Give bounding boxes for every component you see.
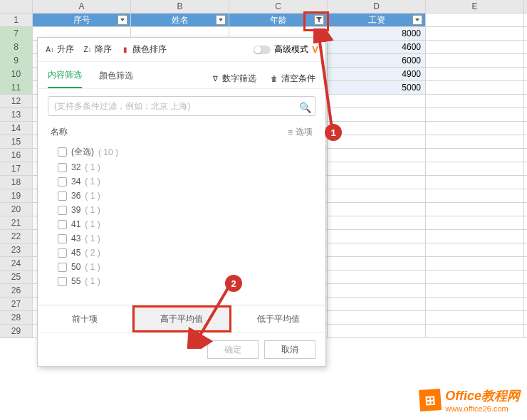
filter-dropdown-icon[interactable]: [216, 15, 226, 25]
list-item-count: ( 1 ): [85, 205, 100, 215]
row-head-13[interactable]: 13: [0, 108, 33, 122]
header-salary-label: 工资: [368, 14, 385, 26]
cell-e1[interactable]: [426, 14, 524, 27]
advanced-mode-toggle[interactable]: 高级模式V: [254, 43, 318, 56]
row-head-28[interactable]: 28: [0, 311, 33, 325]
tab-color-filter[interactable]: 颜色筛选: [99, 70, 133, 88]
list-item-label: 34: [71, 177, 80, 187]
number-filter-button[interactable]: ∇数字筛选: [210, 73, 256, 85]
row-head-22[interactable]: 22: [0, 230, 33, 243]
row-head-26[interactable]: 26: [0, 284, 33, 298]
row-head-29[interactable]: 29: [0, 325, 33, 338]
callout-2: 2: [225, 275, 242, 292]
col-head-d[interactable]: D: [328, 0, 426, 14]
cell-f1[interactable]: [524, 14, 527, 27]
cell-salary-7[interactable]: 8000: [328, 27, 426, 41]
col-head-f[interactable]: F: [524, 0, 527, 14]
row-head-19[interactable]: 19: [0, 189, 33, 203]
row-head-20[interactable]: 20: [0, 203, 33, 216]
sort-asc-label: 升序: [57, 43, 74, 56]
col-head-a[interactable]: A: [33, 0, 131, 14]
sort-asc-button[interactable]: A↓升序: [45, 43, 74, 56]
list-item-label: 55: [71, 276, 80, 286]
checkbox-icon[interactable]: [58, 220, 67, 229]
filter-active-icon[interactable]: [314, 15, 324, 25]
watermark-icon: ⊞: [419, 389, 442, 411]
row-head-10[interactable]: 10: [0, 68, 33, 81]
checkbox-icon[interactable]: [58, 234, 67, 243]
below-average-button[interactable]: 低于平均值: [231, 305, 325, 332]
list-item-label: 43: [71, 233, 80, 243]
tab-content-filter[interactable]: 内容筛选: [48, 69, 82, 88]
row-head-16[interactable]: 16: [0, 149, 33, 162]
list-item-label: 41: [71, 219, 80, 229]
color-sort-button[interactable]: ▮颜色排序: [120, 43, 167, 56]
col-head-e[interactable]: E: [426, 0, 524, 14]
search-input[interactable]: (支持多条件过滤，例如：北京 上海): [48, 96, 315, 116]
row-head-12[interactable]: 12: [0, 95, 33, 108]
ok-button[interactable]: 确定: [207, 340, 259, 359]
filter-value-list: (全选)( 10 )32( 1 )34( 1 )36( 1 )39( 1 )41…: [38, 141, 325, 305]
filter-dropdown-icon[interactable]: [412, 15, 422, 25]
header-serial[interactable]: 序号: [33, 14, 131, 27]
row-head-27[interactable]: 27: [0, 298, 33, 311]
filter-panel: A↓升序 Z↓降序 ▮颜色排序 高级模式V 内容筛选 颜色筛选 ∇数字筛选 🗑清…: [37, 37, 326, 367]
col-head-c[interactable]: C: [229, 0, 328, 14]
above-average-button[interactable]: 高于平均值: [132, 305, 231, 332]
checkbox-icon[interactable]: [58, 147, 67, 157]
header-name[interactable]: 姓名: [131, 14, 229, 27]
list-item-count: ( 1 ): [85, 219, 100, 229]
checkbox-icon[interactable]: [58, 263, 67, 272]
clear-conditions-button[interactable]: 🗑清空条件: [269, 73, 315, 85]
row-head-15[interactable]: 15: [0, 135, 33, 149]
list-item[interactable]: 34( 1 ): [51, 174, 313, 189]
list-item[interactable]: 39( 1 ): [51, 203, 313, 217]
checkbox-icon[interactable]: [58, 163, 67, 172]
checkbox-icon[interactable]: [58, 277, 67, 286]
checkbox-icon[interactable]: [58, 191, 67, 201]
row-head-11[interactable]: 11: [0, 81, 33, 95]
row-head-17[interactable]: 17: [0, 162, 33, 176]
list-item[interactable]: 43( 1 ): [51, 231, 313, 246]
top-ten-button[interactable]: 前十项: [38, 305, 132, 332]
list-item[interactable]: 36( 1 ): [51, 189, 313, 203]
checkbox-icon[interactable]: [58, 206, 67, 215]
checkbox-icon[interactable]: [58, 177, 67, 187]
header-serial-label: 序号: [73, 14, 90, 26]
list-item[interactable]: 50( 1 ): [51, 260, 313, 274]
cell-salary-9[interactable]: 6000: [328, 54, 426, 68]
checkbox-icon[interactable]: [58, 248, 67, 258]
header-name-label: 姓名: [172, 14, 189, 26]
cell-salary-8[interactable]: 4600: [328, 41, 426, 54]
list-item[interactable]: 32( 1 ): [51, 160, 313, 174]
row-head-18[interactable]: 18: [0, 176, 33, 189]
cell-salary-11[interactable]: 5000: [328, 81, 426, 95]
row-head-1[interactable]: 1: [0, 14, 33, 27]
row-head-8[interactable]: 8: [0, 41, 33, 54]
list-item[interactable]: 41( 1 ): [51, 217, 313, 231]
sort-desc-button[interactable]: Z↓降序: [83, 43, 112, 56]
row-head-24[interactable]: 24: [0, 257, 33, 271]
cell-salary-10[interactable]: 4900: [328, 68, 426, 81]
col-head-b[interactable]: B: [131, 0, 229, 14]
funnel-icon: ∇: [210, 74, 220, 84]
header-age[interactable]: 年龄: [229, 14, 328, 27]
color-sort-label: 颜色排序: [132, 43, 167, 56]
options-link[interactable]: ≡选项: [288, 126, 313, 138]
row-head-7[interactable]: 7: [0, 27, 33, 41]
row-head-14[interactable]: 14: [0, 122, 33, 135]
row-head-21[interactable]: 21: [0, 216, 33, 230]
list-item-label: 36: [71, 191, 80, 201]
watermark-url: www.office26.com: [445, 404, 520, 413]
list-item[interactable]: 45( 2 ): [51, 246, 313, 260]
row-head-25[interactable]: 25: [0, 271, 33, 284]
filter-dropdown-icon[interactable]: [118, 15, 127, 25]
list-item[interactable]: (全选)( 10 ): [51, 144, 313, 160]
row-head-9[interactable]: 9: [0, 54, 33, 68]
cancel-button[interactable]: 取消: [264, 340, 315, 359]
header-salary[interactable]: 工资: [328, 14, 426, 27]
list-item[interactable]: 55( 1 ): [51, 274, 313, 288]
list-item-count: ( 1 ): [85, 262, 100, 272]
row-head-23[interactable]: 23: [0, 243, 33, 257]
sort-asc-icon: A↓: [45, 45, 55, 55]
